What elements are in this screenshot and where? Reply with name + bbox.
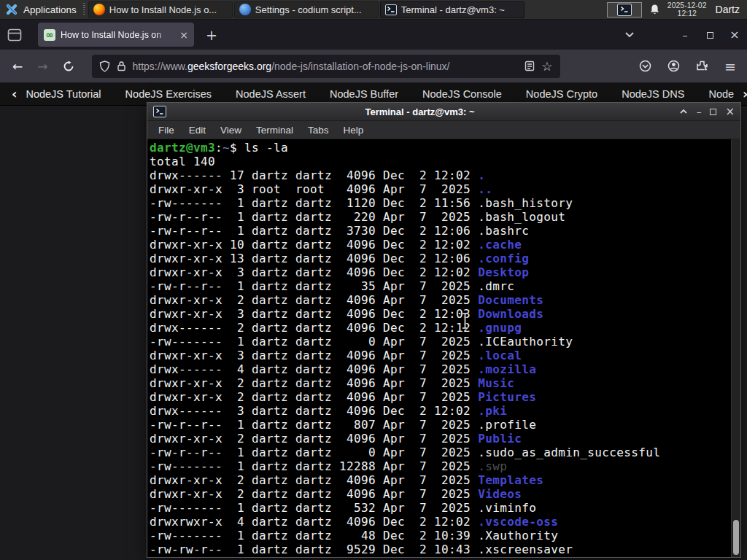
pocket-save-icon[interactable]: [639, 60, 651, 72]
gfg-nav-link[interactable]: NodeJS Crypto: [526, 88, 597, 100]
close-window-icon[interactable]: ×: [722, 28, 747, 42]
terminal-scrollbar-thumb[interactable]: [733, 520, 739, 555]
taskbar-button-label: Terminal - dartz@vm3: ~: [401, 4, 505, 15]
terminal-scrollbar[interactable]: [731, 139, 740, 557]
terminal-prompt-line: dartz@vm3:~$ ls -la: [150, 141, 740, 155]
taskbar-button-codium[interactable]: Settings - codium script...: [234, 1, 379, 18]
terminal-menu-bar: FileEditViewTerminalTabsHelp: [147, 121, 740, 139]
terminal-output-line: drwxr-xr-x 10 dartz dartz 4096 Dec 2 12:…: [150, 238, 740, 252]
firefox-tab-bar: ∞ How to Install Node.js on × + – ×: [0, 20, 747, 50]
tracking-shield-icon[interactable]: [99, 61, 110, 72]
tab-close-icon[interactable]: ×: [179, 29, 188, 41]
mouse-ibeam-cursor: [460, 312, 471, 330]
terminal-output-line: -rw-r--r-- 1 dartz dartz 35 Apr 7 2025 .…: [150, 279, 740, 293]
window-controls: – ×: [617, 28, 747, 42]
panel-separator: [83, 3, 85, 16]
gfg-nav-link[interactable]: NodeJS Assert: [236, 88, 306, 100]
reader-mode-icon[interactable]: [525, 61, 535, 71]
workspace-switcher[interactable]: [607, 2, 642, 18]
gfg-nav-links: NodeJS TutorialNodeJS ExercisesNodeJS As…: [26, 88, 734, 100]
reload-icon[interactable]: [63, 61, 74, 72]
xfce-panel: Applications How to Install Node.js o...…: [0, 0, 747, 20]
terminal-output-line: drwxr-xr-x 13 dartz dartz 4096 Dec 2 12:…: [150, 252, 740, 265]
prompt-user-host: dartz@vm3: [150, 141, 215, 155]
browser-tab-active[interactable]: ∞ How to Install Node.js on ×: [38, 23, 194, 47]
terminal-menu-item[interactable]: File: [151, 125, 182, 136]
url-domain: geeksforgeeks.org: [187, 61, 271, 72]
terminal-total-line: total 140: [150, 155, 740, 168]
terminal-output-line: drwxr-xr-x 2 dartz dartz 4096 Apr 7 2025…: [150, 376, 740, 390]
applications-label: Applications: [23, 4, 77, 15]
terminal-menu-item[interactable]: View: [213, 125, 249, 136]
typed-command: ls -la: [244, 141, 288, 155]
url-text[interactable]: https://www.geeksforgeeks.org/node-js/in…: [133, 61, 519, 72]
taskbar-button-label: Settings - codium script...: [255, 4, 362, 15]
forward-button[interactable]: →: [37, 59, 47, 74]
terminal-output: drwx------ 17 dartz dartz 4096 Dec 2 12:…: [150, 168, 740, 556]
terminal-window-icon: [153, 106, 166, 117]
terminal-menu-item[interactable]: Tabs: [301, 125, 336, 136]
back-button[interactable]: ←: [12, 59, 23, 74]
notification-bell-icon[interactable]: [649, 4, 660, 15]
terminal-output-line: drwxr-xr-x 2 dartz dartz 4096 Apr 7 2025…: [150, 390, 740, 404]
gfg-nav-link[interactable]: NodeJS Tutorial: [26, 88, 101, 100]
terminal-output-line: -rw------- 1 dartz dartz 532 Apr 7 2025 …: [150, 501, 740, 515]
list-all-tabs-icon[interactable]: [617, 31, 642, 39]
hamburger-menu-icon[interactable]: ≡: [724, 58, 736, 74]
minimize-window-icon[interactable]: –: [673, 29, 697, 41]
terminal-menu-item[interactable]: Help: [336, 125, 371, 136]
terminal-output-line: -rw-r--r-- 1 dartz dartz 3730 Dec 2 12:0…: [150, 224, 740, 238]
terminal-window-controls: – ×: [679, 105, 735, 118]
terminal-output-line: drwxr-xr-x 3 root root 4096 Apr 7 2025 .…: [150, 182, 740, 196]
terminal-menu-item[interactable]: Terminal: [249, 125, 301, 136]
nav-scroll-left-icon[interactable]: ‹: [12, 88, 17, 101]
gfg-nav-link[interactable]: NodeJS Exercises: [125, 88, 212, 100]
panel-username[interactable]: Dartz: [716, 4, 740, 15]
url-path: /node-js/installation-of-node-js-on-linu…: [271, 61, 449, 72]
terminal-window: Terminal - dartz@vm3: ~ – × FileEditView…: [147, 102, 741, 558]
terminal-close-icon[interactable]: ×: [725, 107, 735, 117]
terminal-output-line: -rw-rw-r-- 1 dartz dartz 9529 Dec 2 10:4…: [150, 542, 740, 556]
terminal-title-bar[interactable]: Terminal - dartz@vm3: ~ – ×: [147, 103, 740, 121]
terminal-output-line: -rw-r--r-- 1 dartz dartz 807 Apr 7 2025 …: [150, 418, 740, 432]
terminal-body[interactable]: dartz@vm3:~$ ls -la total 140 drwx------…: [147, 139, 740, 557]
terminal-output-line: -rw------- 1 dartz dartz 48 Dec 2 10:39 …: [150, 529, 740, 542]
account-icon[interactable]: [667, 60, 680, 72]
terminal-output-line: drwxr-xr-x 3 dartz dartz 4096 Dec 2 12:0…: [150, 265, 740, 279]
prompt-path: ~: [222, 141, 230, 155]
terminal-output-line: drwx------ 3 dartz dartz 4096 Dec 2 12:0…: [150, 404, 740, 418]
new-tab-button[interactable]: +: [206, 27, 217, 43]
terminal-output-line: drwxr-xr-x 2 dartz dartz 4096 Apr 7 2025…: [150, 473, 740, 487]
applications-menu-button[interactable]: Applications: [0, 0, 82, 19]
gfg-nav-link[interactable]: Node: [708, 88, 734, 100]
firefox-toolbar: ← → https://www.geeksforgeeks.org/node-j…: [0, 50, 747, 83]
terminal-output-line: drwx------ 17 dartz dartz 4096 Dec 2 12:…: [150, 168, 740, 182]
gfg-nav-link[interactable]: NodeJS Console: [422, 88, 502, 100]
applications-icon: [5, 3, 18, 16]
terminal-window-title: Terminal - dartz@vm3: ~: [166, 106, 673, 117]
gfg-nav-link[interactable]: NodeJS DNS: [622, 88, 684, 100]
terminal-minimize-icon[interactable]: –: [697, 107, 702, 117]
terminal-output-line: -rw------- 1 dartz dartz 0 Apr 7 2025 .I…: [150, 335, 740, 349]
terminal-output-line: -rw-r--r-- 1 dartz dartz 0 Apr 7 2025 .s…: [150, 446, 740, 459]
taskbar-button-terminal[interactable]: Terminal - dartz@vm3: ~: [380, 1, 525, 18]
firefox-view-icon[interactable]: [7, 28, 22, 42]
maximize-window-icon[interactable]: [697, 28, 722, 42]
terminal-menu-item[interactable]: Edit: [182, 125, 213, 136]
toolbar-icons: ≡: [639, 58, 736, 74]
shade-window-icon[interactable]: [679, 108, 688, 115]
gfg-nav-link[interactable]: NodeJS Buffer: [330, 88, 398, 100]
nav-scroll-right-icon[interactable]: ›: [743, 88, 747, 101]
terminal-maximize-icon[interactable]: [710, 105, 716, 118]
url-bar[interactable]: https://www.geeksforgeeks.org/node-js/in…: [92, 55, 560, 78]
lock-icon[interactable]: [117, 61, 126, 71]
terminal-output-line: drwxr-xr-x 3 dartz dartz 4096 Apr 7 2025…: [150, 349, 740, 362]
desktop: Applications How to Install Node.js o...…: [0, 0, 747, 560]
bookmark-star-icon[interactable]: ☆: [541, 59, 552, 74]
terminal-output-line: drwxr-xr-x 2 dartz dartz 4096 Apr 7 2025…: [150, 432, 740, 446]
taskbar-button-firefox[interactable]: How to Install Node.js o...: [88, 1, 233, 18]
url-scheme: https://www.: [133, 61, 187, 72]
prompt-dollar: $: [230, 141, 244, 155]
panel-clock[interactable]: 2025-12-02 12:12: [667, 1, 707, 18]
extensions-puzzle-icon[interactable]: [696, 60, 708, 72]
